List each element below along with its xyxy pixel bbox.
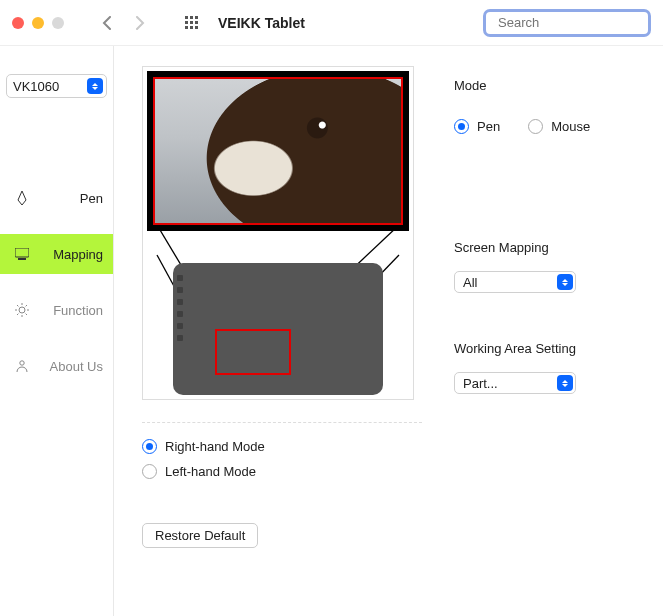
svg-rect-3 [18,258,26,260]
radio-icon [454,119,469,134]
sidebar-item-function[interactable]: Function [0,290,113,330]
divider [142,422,422,423]
svg-rect-2 [15,248,29,257]
sidebar-item-label: Mapping [53,247,103,262]
radio-label: Pen [477,119,500,134]
about-icon [14,359,30,373]
select-value: Part... [463,376,498,391]
left-hand-radio[interactable]: Left-hand Mode [142,464,422,479]
tablet-preview [173,263,383,395]
radio-label: Left-hand Mode [165,464,256,479]
mode-pen-radio[interactable]: Pen [454,119,500,134]
sidebar: VK1060 Pen Mapping Function About [0,46,114,616]
select-value: All [463,275,477,290]
select-arrows-icon [87,78,103,94]
radio-icon [528,119,543,134]
working-area-frame[interactable] [215,329,291,375]
mapping-icon [14,248,30,260]
apps-grid-icon[interactable] [180,12,202,34]
working-area-select[interactable]: Part... [454,372,576,394]
sidebar-item-label: About Us [50,359,103,374]
minimize-window-button[interactable] [32,17,44,29]
screen-mapping-frame [153,77,403,225]
pen-icon [14,191,30,205]
search-field[interactable] [483,9,651,37]
select-arrows-icon [557,274,573,290]
radio-label: Mouse [551,119,590,134]
zoom-window-button [52,17,64,29]
sidebar-item-label: Function [53,303,103,318]
select-arrows-icon [557,375,573,391]
radio-icon [142,439,157,454]
sidebar-item-about[interactable]: About Us [0,346,113,386]
working-area-label: Working Area Setting [454,341,635,356]
app-title: VEIKK Tablet [218,15,305,31]
radio-icon [142,464,157,479]
svg-point-4 [19,307,25,313]
svg-point-5 [20,361,24,365]
titlebar: VEIKK Tablet [0,0,663,46]
close-window-button[interactable] [12,17,24,29]
sidebar-item-mapping[interactable]: Mapping [0,234,113,274]
right-hand-radio[interactable]: Right-hand Mode [142,439,422,454]
gear-icon [14,303,30,317]
back-button[interactable] [96,12,118,34]
search-input[interactable] [498,15,663,30]
device-select-value: VK1060 [13,79,59,94]
mapping-lines [147,231,409,263]
restore-default-button[interactable]: Restore Default [142,523,258,548]
mode-label: Mode [454,78,635,93]
mode-mouse-radio[interactable]: Mouse [528,119,590,134]
screen-mapping-label: Screen Mapping [454,240,635,255]
mapping-preview [142,66,414,400]
screen-mapping-select[interactable]: All [454,271,576,293]
sidebar-item-label: Pen [80,191,103,206]
device-select[interactable]: VK1060 [6,74,107,98]
window-controls [12,17,64,29]
radio-label: Right-hand Mode [165,439,265,454]
sidebar-item-pen[interactable]: Pen [0,178,113,218]
forward-button[interactable] [128,12,150,34]
screen-preview [147,71,409,231]
